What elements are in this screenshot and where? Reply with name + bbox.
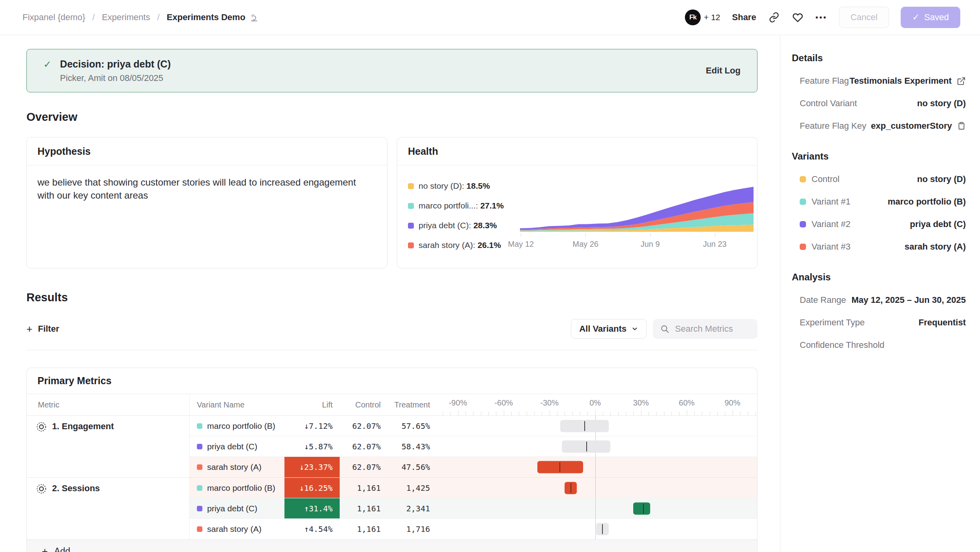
ci-axis-tick bbox=[488, 412, 489, 415]
divider bbox=[26, 350, 757, 350]
breadcrumb-separator: / bbox=[157, 12, 159, 23]
ci-axis-tick bbox=[610, 412, 611, 415]
point-estimate-marker bbox=[584, 421, 585, 431]
legend-item: sarah story (A): 26.1% bbox=[408, 240, 518, 250]
ci-axis-tick bbox=[694, 412, 695, 415]
decision-check-icon: ✓ bbox=[43, 58, 51, 83]
variant-swatch bbox=[197, 506, 202, 511]
ci-axis-tick bbox=[527, 412, 527, 415]
ci-axis-tick bbox=[580, 412, 580, 415]
metrics-table-header: MetricVariant NameLiftControlTreatment-9… bbox=[27, 394, 757, 416]
legend-label: priya debt (C): 28.3% bbox=[419, 221, 497, 230]
share-button[interactable]: Share bbox=[732, 12, 756, 23]
external-link-icon[interactable] bbox=[957, 77, 966, 86]
search-metrics-input[interactable] bbox=[675, 324, 750, 334]
copy-link-icon[interactable] bbox=[768, 11, 780, 23]
legend-label: marco portfoli...: 27.1% bbox=[419, 201, 504, 210]
variant-label: Variant #1 bbox=[812, 197, 851, 207]
check-icon: ✓ bbox=[912, 12, 919, 23]
ci-axis-tick bbox=[641, 410, 641, 415]
legend-item: priya debt (C): 28.3% bbox=[408, 221, 518, 230]
variants-heading: Variants bbox=[792, 151, 966, 162]
all-variants-dropdown[interactable]: All Variants bbox=[571, 319, 647, 339]
variant-swatch bbox=[197, 444, 202, 449]
metric-rows: marco portfolio (B)↓7.12%62.07%57.65%pri… bbox=[190, 416, 757, 477]
metric-cell: 2. Sessions bbox=[27, 478, 190, 539]
more-options-icon[interactable]: ••• bbox=[815, 13, 827, 22]
breadcrumb-current: Experiments Demo bbox=[167, 12, 259, 23]
confidence-interval-cell bbox=[437, 498, 757, 518]
analysis-heading: Analysis bbox=[792, 272, 966, 283]
variant-name: sarah story (A) bbox=[207, 462, 262, 472]
point-estimate-marker bbox=[602, 524, 603, 534]
treatment-value: 1,716 bbox=[388, 519, 437, 539]
legend-value: 28.3% bbox=[473, 221, 497, 230]
metric-name[interactable]: 2. Sessions bbox=[52, 483, 100, 494]
ci-axis-tick bbox=[755, 412, 756, 415]
variant-label: Variant #2 bbox=[812, 219, 851, 229]
ci-axis-tick bbox=[587, 412, 588, 415]
analysis-row: Experiment TypeFrequentist bbox=[792, 317, 966, 328]
lift-value: ↑31.4% bbox=[284, 498, 340, 518]
table-row: sarah story (A)↓23.37%62.07%47.56% bbox=[190, 457, 757, 477]
add-filter-button[interactable]: + Filter bbox=[26, 323, 59, 335]
ci-axis-tick bbox=[679, 412, 679, 415]
legend-value: 26.1% bbox=[477, 240, 501, 250]
detail-label: Feature Flag bbox=[800, 76, 849, 86]
variant-row: Variant #2priya debt (C) bbox=[792, 219, 966, 229]
breadcrumb-separator: / bbox=[92, 12, 95, 23]
analysis-rows: Date RangeMay 12, 2025 – Jun 30, 2025Exp… bbox=[792, 295, 966, 350]
ci-axis-tick-label: 90% bbox=[724, 398, 740, 407]
control-value: 62.07% bbox=[340, 436, 388, 456]
ci-axis-tick bbox=[595, 410, 596, 415]
detail-value[interactable]: Testimonials Experiment bbox=[849, 76, 966, 86]
confidence-interval-bar bbox=[537, 461, 583, 473]
hypothesis-text: we believe that showing customer stories… bbox=[37, 176, 365, 202]
metric-group: 2. Sessionsmarco portfolio (B)↓16.25%1,1… bbox=[27, 477, 757, 539]
col-lift: Lift bbox=[284, 394, 340, 415]
favorite-heart-icon[interactable] bbox=[792, 11, 804, 23]
metric-name[interactable]: 1. Engagement bbox=[52, 421, 114, 432]
confidence-interval-cell bbox=[437, 457, 757, 477]
breadcrumb-project[interactable]: Fixpanel {demo} bbox=[22, 12, 85, 23]
app-window: Fixpanel {demo} / Experiments / Experime… bbox=[0, 0, 980, 552]
variant-swatch bbox=[197, 526, 202, 532]
avatar[interactable]: Fk bbox=[685, 9, 701, 25]
variant-name-cell: marco portfolio (B) bbox=[190, 416, 284, 436]
ci-axis-tick bbox=[687, 410, 687, 415]
saved-button[interactable]: ✓ Saved bbox=[901, 7, 960, 28]
variant-key: Control bbox=[800, 174, 840, 184]
ci-axis-tick bbox=[504, 410, 504, 415]
point-estimate-marker bbox=[570, 483, 571, 493]
edit-log-button[interactable]: Edit Log bbox=[706, 66, 741, 76]
details-rows: Feature FlagTestimonials ExperimentContr… bbox=[792, 76, 966, 131]
results-heading: Results bbox=[26, 291, 757, 304]
breadcrumb: Fixpanel {demo} / Experiments / Experime… bbox=[22, 12, 259, 23]
ci-axis-tick bbox=[633, 412, 634, 415]
zero-line bbox=[595, 519, 596, 539]
ci-axis-tick bbox=[511, 412, 512, 415]
x-axis-tick bbox=[585, 233, 586, 237]
cancel-button[interactable]: Cancel bbox=[839, 7, 889, 28]
breadcrumb-experiments[interactable]: Experiments bbox=[102, 12, 150, 23]
search-metrics-box[interactable] bbox=[653, 319, 757, 339]
legend-item: marco portfoli...: 27.1% bbox=[408, 201, 518, 210]
variant-value: no story (D) bbox=[917, 174, 966, 184]
ci-axis-tick bbox=[710, 412, 710, 415]
avatar-overflow-count[interactable]: + 12 bbox=[704, 13, 720, 22]
metrics-table-body: 1. Engagementmarco portfolio (B)↓7.12%62… bbox=[27, 416, 757, 539]
analysis-label: Experiment Type bbox=[800, 317, 865, 328]
variant-name-cell: priya debt (C) bbox=[190, 498, 284, 518]
collaborator-avatars[interactable]: Fk + 12 bbox=[685, 9, 720, 25]
ci-axis-tick bbox=[473, 412, 473, 415]
table-row: sarah story (A)↑4.54%1,1611,716 bbox=[190, 519, 757, 539]
ci-axis-tick bbox=[656, 412, 656, 415]
add-metric-button[interactable]: + Add bbox=[42, 545, 70, 552]
ci-axis-tick bbox=[443, 412, 443, 415]
confidence-interval-cell bbox=[437, 436, 757, 456]
ci-axis-tick bbox=[466, 412, 466, 415]
variant-swatch bbox=[197, 464, 202, 470]
control-value: 62.07% bbox=[340, 416, 388, 436]
clipboard-icon[interactable] bbox=[957, 122, 966, 130]
x-axis-label: Jun 9 bbox=[640, 240, 660, 249]
